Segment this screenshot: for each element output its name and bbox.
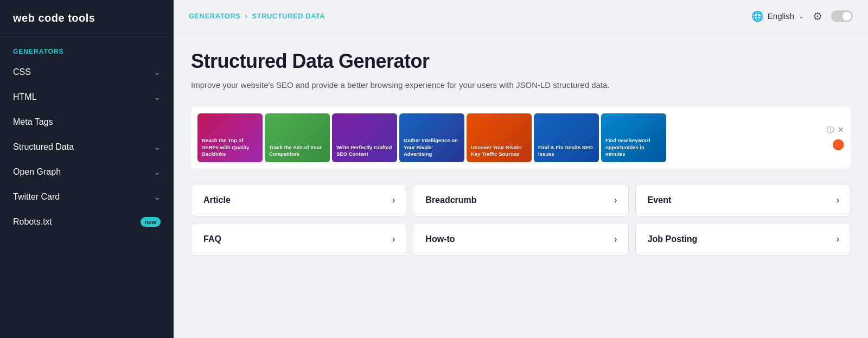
- sidebar-item-twitter-card[interactable]: Twitter Card ⌄: [0, 184, 174, 209]
- breadcrumb-parent[interactable]: Generators: [189, 12, 241, 20]
- generator-card-label: Breadcrumb: [425, 195, 476, 205]
- ad-actions: ⓘ ✕ ⬤: [822, 125, 844, 150]
- site-logo: web code tools: [0, 0, 174, 37]
- generator-card-label: Job Posting: [648, 234, 698, 244]
- arrow-right-icon: ›: [392, 234, 395, 244]
- page-title: Structured Data Generator: [191, 50, 851, 73]
- sidebar-item-css[interactable]: CSS ⌄: [0, 60, 174, 85]
- sidebar-item-label: Robots.txt: [13, 217, 52, 227]
- sidebar-item-label: CSS: [13, 67, 31, 77]
- ad-card[interactable]: Find & Fix Onsite SEO Issues: [534, 113, 599, 162]
- chevron-down-icon: ⌄: [154, 168, 161, 176]
- generator-card-grid: Article › Breadcrumb › Event › FAQ › How…: [191, 184, 851, 256]
- sidebar-item-robots-txt[interactable]: Robots.txt new: [0, 209, 174, 234]
- theme-toggle[interactable]: [831, 10, 853, 22]
- breadcrumb: Generators › Structured Data: [189, 12, 325, 20]
- generator-card-label: Article: [203, 195, 231, 205]
- ad-cards: Reach the Top of SERPs with Quality Back…: [197, 113, 822, 162]
- settings-icon[interactable]: ⚙: [813, 10, 822, 23]
- language-label: English: [768, 11, 794, 21]
- page-description: Improve your website's SEO and provide a…: [191, 79, 851, 92]
- sidebar-item-label: Meta Tags: [13, 117, 53, 127]
- sidebar-item-structured-data[interactable]: Structured Data ⌄: [0, 135, 174, 160]
- ad-card-text: Track the Ads of Your Competitors: [269, 144, 326, 158]
- generator-card-faq[interactable]: FAQ ›: [191, 223, 406, 256]
- breadcrumb-separator: ›: [245, 12, 248, 20]
- chevron-down-icon: ⌄: [154, 68, 161, 76]
- generator-card-label: How-to: [425, 234, 455, 244]
- sidebar-item-label: Twitter Card: [13, 192, 60, 202]
- chevron-down-icon: ⌄: [154, 143, 161, 151]
- ad-card[interactable]: Uncover Your Rivals' Key Traffic Sources: [467, 113, 532, 162]
- sidebar-section-label: Generators: [0, 37, 174, 60]
- ad-card-text: Uncover Your Rivals' Key Traffic Sources: [471, 144, 527, 158]
- info-icon[interactable]: ⓘ: [827, 125, 834, 135]
- new-badge: new: [141, 217, 161, 227]
- generator-card-how-to[interactable]: How-to ›: [413, 223, 628, 256]
- sidebar-item-html[interactable]: HTML ⌄: [0, 85, 174, 110]
- ad-card[interactable]: Reach the Top of SERPs with Quality Back…: [197, 113, 263, 162]
- ad-brand-icon: ⬤: [832, 137, 844, 150]
- globe-icon: 🌐: [751, 10, 763, 22]
- arrow-right-icon: ›: [837, 234, 839, 244]
- breadcrumb-current: Structured Data: [252, 12, 325, 20]
- sidebar-item-label: Open Graph: [13, 167, 61, 177]
- arrow-right-icon: ›: [392, 195, 395, 205]
- sidebar-item-meta-tags[interactable]: Meta Tags: [0, 110, 174, 135]
- ad-card[interactable]: Track the Ads of Your Competitors: [265, 113, 330, 162]
- generator-card-label: FAQ: [203, 234, 221, 244]
- generator-card-event[interactable]: Event ›: [635, 184, 851, 216]
- close-icon[interactable]: ✕: [838, 125, 844, 135]
- ad-card-text: Find new keyword opportunities in minute…: [605, 137, 662, 157]
- topbar-controls: 🌐 English ⌄ ⚙: [751, 10, 853, 23]
- ad-card-text: Gather Intelligence on Your Rivals' Adve…: [404, 137, 460, 157]
- sidebar-item-open-graph[interactable]: Open Graph ⌄: [0, 160, 174, 184]
- main-content: Generators › Structured Data 🌐 English ⌄…: [174, 0, 868, 338]
- arrow-right-icon: ›: [837, 195, 839, 205]
- topbar: Generators › Structured Data 🌐 English ⌄…: [174, 0, 868, 33]
- ad-card[interactable]: Gather Intelligence on Your Rivals' Adve…: [399, 113, 464, 162]
- ad-card-text: Reach the Top of SERPs with Quality Back…: [202, 137, 258, 157]
- chevron-down-icon: ⌄: [154, 93, 161, 101]
- sidebar: web code tools Generators CSS ⌄ HTML ⌄ M…: [0, 0, 174, 338]
- ad-card-text: Write Perfectly Crafted SEO Content: [336, 144, 393, 158]
- generator-card-label: Event: [648, 195, 672, 205]
- generator-card-breadcrumb[interactable]: Breadcrumb ›: [413, 184, 628, 216]
- arrow-right-icon: ›: [614, 195, 617, 205]
- page-content: Structured Data Generator Improve your w…: [174, 33, 868, 338]
- ad-action-row: ⓘ ✕: [827, 125, 844, 135]
- chevron-down-icon: ⌄: [799, 12, 804, 20]
- ad-card[interactable]: Find new keyword opportunities in minute…: [601, 113, 666, 162]
- language-selector[interactable]: 🌐 English ⌄: [751, 10, 804, 22]
- chevron-down-icon: ⌄: [154, 193, 161, 201]
- ad-card-text: Find & Fix Onsite SEO Issues: [538, 144, 595, 158]
- ad-banner: Reach the Top of SERPs with Quality Back…: [191, 107, 851, 169]
- generator-card-job-posting[interactable]: Job Posting ›: [635, 223, 851, 256]
- generator-card-article[interactable]: Article ›: [191, 184, 406, 216]
- sidebar-item-label: HTML: [13, 92, 37, 102]
- sidebar-item-label: Structured Data: [13, 142, 74, 152]
- ad-card[interactable]: Write Perfectly Crafted SEO Content: [332, 113, 397, 162]
- arrow-right-icon: ›: [614, 234, 617, 244]
